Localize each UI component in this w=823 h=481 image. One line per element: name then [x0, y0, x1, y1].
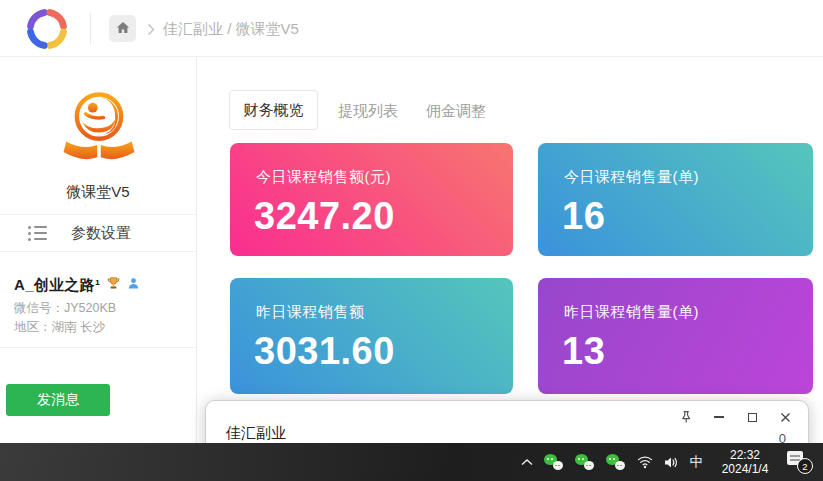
- stat-card-today-sales-amount: 今日课程销售额(元) 3247.20: [230, 143, 513, 256]
- home-button[interactable]: [109, 15, 136, 42]
- stat-card-yesterday-sales-amount: 昨日课程销售额 3031.60: [230, 278, 513, 394]
- app-logo: [59, 90, 139, 168]
- pin-icon[interactable]: [677, 408, 695, 426]
- person-icon[interactable]: [127, 276, 140, 294]
- volume-icon[interactable]: [664, 456, 679, 469]
- tab-commission-adjust[interactable]: 佣金调整: [426, 102, 486, 121]
- stat-card-value: 16: [562, 195, 605, 238]
- minimize-icon[interactable]: [710, 408, 728, 426]
- window-title: 佳汇副业: [226, 424, 286, 443]
- notification-badge: 2: [797, 458, 813, 474]
- stat-card-yesterday-sales-count: 昨日课程销售量(单) 13: [538, 278, 813, 394]
- sidebar: 微课堂V5 参数设置 A_创业之路¹: [0, 57, 197, 443]
- stat-card-label: 今日课程销售额(元): [256, 168, 391, 187]
- wechat-icon[interactable]: [606, 454, 626, 470]
- stat-card-value: 3031.60: [254, 330, 395, 373]
- wechat-icon[interactable]: [544, 454, 564, 470]
- tab-finance-overview[interactable]: 财务概览: [229, 90, 318, 130]
- stat-card-label: 今日课程销售量(单): [564, 168, 699, 187]
- home-icon: [116, 20, 130, 38]
- user-name: A_创业之路¹: [14, 276, 100, 295]
- notification-icon[interactable]: 2: [787, 450, 813, 474]
- stat-card-today-sales-count: 今日课程销售量(单) 16: [538, 143, 813, 256]
- user-name-row: A_创业之路¹: [14, 275, 140, 295]
- sidebar-divider: [0, 347, 196, 348]
- header-divider: [90, 13, 91, 44]
- maximize-icon[interactable]: [743, 408, 761, 426]
- taskbar-time: 22:32: [714, 448, 776, 462]
- top-header: 佳汇副业 / 微课堂V5: [0, 0, 823, 57]
- ime-indicator[interactable]: 中: [690, 453, 704, 471]
- list-settings-icon: [28, 226, 47, 241]
- sidebar-item-settings[interactable]: 参数设置: [0, 214, 196, 252]
- breadcrumb[interactable]: 佳汇副业 / 微课堂V5: [163, 20, 299, 39]
- wechat-icon[interactable]: [575, 454, 595, 470]
- swirl-logo-icon[interactable]: [22, 4, 72, 54]
- app-name: 微课堂V5: [0, 183, 196, 202]
- taskbar: 中 22:32 2024/1/4 2: [0, 443, 823, 481]
- sidebar-item-label: 参数设置: [71, 224, 131, 243]
- chevron-right-icon: [147, 22, 155, 40]
- taskbar-clock[interactable]: 22:32 2024/1/4: [714, 448, 776, 476]
- wifi-icon[interactable]: [637, 455, 653, 469]
- chevron-up-icon[interactable]: [521, 459, 533, 466]
- trophy-icon: [106, 276, 121, 295]
- send-message-button[interactable]: 发消息: [6, 384, 110, 416]
- system-tray: 中 22:32 2024/1/4 2: [521, 448, 814, 476]
- close-icon[interactable]: [776, 408, 794, 426]
- stat-card-value: 13: [562, 330, 605, 373]
- tab-withdraw-list[interactable]: 提现列表: [338, 102, 398, 121]
- user-region: 地区：湖南 长沙: [14, 319, 105, 336]
- stat-card-label: 昨日课程销售量(单): [564, 303, 699, 322]
- taskbar-date: 2024/1/4: [714, 462, 776, 476]
- user-wechat-id: 微信号：JY520KB: [14, 300, 116, 317]
- stat-card-value: 3247.20: [254, 195, 395, 238]
- screen: 佳汇副业 / 微课堂V5 微课堂V5: [0, 0, 823, 481]
- window-controls: [677, 408, 794, 426]
- stat-card-label: 昨日课程销售额: [256, 303, 365, 322]
